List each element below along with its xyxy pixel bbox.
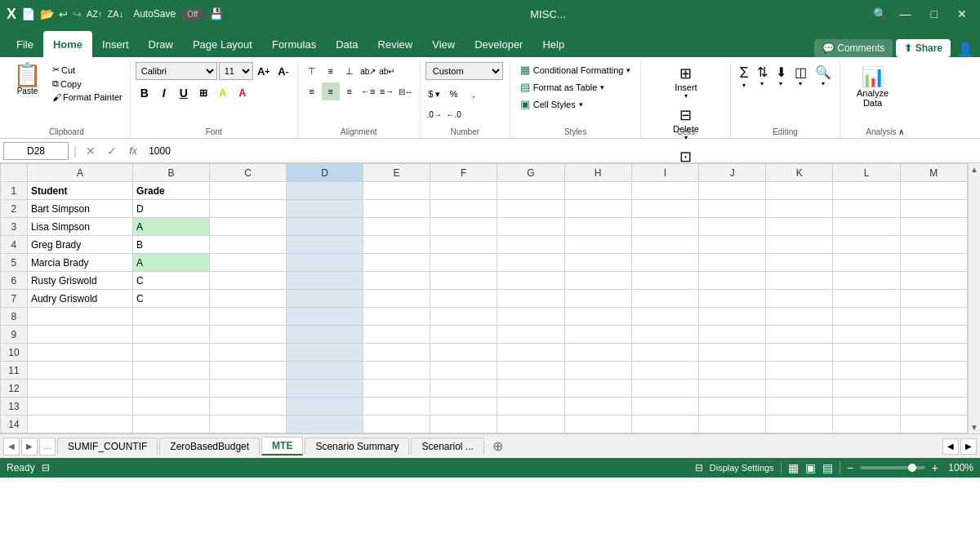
tab-draw[interactable]: Draw: [139, 31, 183, 57]
cell[interactable]: [210, 415, 287, 433]
cell[interactable]: [363, 218, 430, 236]
cell[interactable]: [833, 236, 900, 254]
cell[interactable]: [430, 362, 497, 380]
cell[interactable]: [699, 415, 766, 433]
conditional-formatting-button[interactable]: ▦ Conditional Formatting ▾: [515, 62, 636, 78]
find-select-button[interactable]: 🔍 ▾: [812, 62, 835, 90]
cell[interactable]: [766, 272, 833, 290]
cell[interactable]: [27, 326, 132, 344]
cell[interactable]: [286, 182, 363, 200]
cell[interactable]: [631, 218, 698, 236]
restore-icon[interactable]: □: [924, 6, 944, 22]
cell[interactable]: [363, 200, 430, 218]
status-macro-icon[interactable]: ⊟: [42, 462, 50, 473]
row-header[interactable]: 7: [1, 290, 28, 308]
minimize-icon[interactable]: —: [893, 6, 918, 22]
open-icon[interactable]: 📂: [40, 7, 54, 20]
cell[interactable]: [133, 326, 210, 344]
cell[interactable]: [833, 362, 900, 380]
cell[interactable]: C: [133, 290, 210, 308]
cell[interactable]: [900, 380, 967, 398]
page-layout-view-icon[interactable]: ▣: [805, 461, 816, 474]
cell[interactable]: [430, 254, 497, 272]
cell[interactable]: C: [133, 272, 210, 290]
cell[interactable]: [430, 308, 497, 326]
sheet-tab-scenario-summary[interactable]: Scenario Summary: [305, 438, 409, 455]
display-settings-label[interactable]: Display Settings: [710, 463, 774, 473]
copy-button[interactable]: ⧉ Copy: [50, 78, 125, 90]
cell[interactable]: [564, 362, 631, 380]
cell[interactable]: D: [133, 200, 210, 218]
cell[interactable]: [900, 308, 967, 326]
cell[interactable]: [27, 380, 132, 398]
italic-button[interactable]: I: [155, 84, 173, 102]
page-break-view-icon[interactable]: ▤: [822, 461, 833, 474]
font-color-button[interactable]: A: [234, 84, 252, 102]
comma-button[interactable]: ,: [465, 85, 483, 103]
cut-button[interactable]: ✂ Cut: [50, 64, 125, 76]
cell[interactable]: [699, 218, 766, 236]
cell[interactable]: [430, 415, 497, 433]
cell[interactable]: [210, 290, 287, 308]
cell[interactable]: [430, 380, 497, 398]
cell[interactable]: [833, 380, 900, 398]
top-align-button[interactable]: ⊤: [303, 62, 321, 80]
cell[interactable]: [699, 182, 766, 200]
cell[interactable]: [363, 236, 430, 254]
cell[interactable]: [766, 326, 833, 344]
cell[interactable]: [766, 380, 833, 398]
cell[interactable]: [900, 415, 967, 433]
cell[interactable]: [497, 272, 564, 290]
col-header-f[interactable]: F: [430, 164, 497, 182]
cell[interactable]: [497, 362, 564, 380]
cell[interactable]: [497, 308, 564, 326]
cell[interactable]: [497, 290, 564, 308]
row-header[interactable]: 11: [1, 362, 28, 380]
percent-button[interactable]: %: [445, 85, 463, 103]
cell[interactable]: Greg Brady: [27, 236, 132, 254]
cell[interactable]: [766, 200, 833, 218]
tab-home[interactable]: Home: [43, 31, 92, 57]
cell[interactable]: [363, 290, 430, 308]
sum-button[interactable]: Σ ▾: [736, 62, 751, 91]
cell[interactable]: [430, 344, 497, 362]
sheet-tab-scenario-more[interactable]: Scenariol ...: [411, 438, 483, 455]
tab-comments[interactable]: 💬 Comments: [814, 39, 893, 57]
profile-icon[interactable]: 👤: [957, 42, 973, 57]
fill-color-button[interactable]: A: [214, 84, 232, 102]
row-header[interactable]: 10: [1, 344, 28, 362]
cell[interactable]: [833, 308, 900, 326]
cell[interactable]: [564, 308, 631, 326]
delete-button[interactable]: ⊟ Delete ▾: [668, 104, 704, 144]
cell[interactable]: [286, 344, 363, 362]
align-right-button[interactable]: ≡: [341, 82, 359, 100]
cell[interactable]: Marcia Brady: [27, 254, 132, 272]
cell[interactable]: [363, 380, 430, 398]
cell[interactable]: [564, 218, 631, 236]
scroll-up-button[interactable]: ▲: [970, 165, 978, 174]
cell[interactable]: [430, 182, 497, 200]
cell[interactable]: [699, 344, 766, 362]
row-header[interactable]: 3: [1, 218, 28, 236]
cell[interactable]: [631, 415, 698, 433]
col-header-j[interactable]: J: [699, 164, 766, 182]
cell[interactable]: [631, 200, 698, 218]
cell[interactable]: A: [133, 218, 210, 236]
cell[interactable]: [430, 236, 497, 254]
cell[interactable]: [363, 398, 430, 415]
cell[interactable]: [363, 415, 430, 433]
cell[interactable]: [900, 272, 967, 290]
currency-button[interactable]: $ ▾: [425, 85, 443, 103]
tab-help[interactable]: Help: [532, 31, 574, 57]
cell[interactable]: [631, 398, 698, 415]
close-icon[interactable]: ✕: [951, 6, 973, 22]
cell[interactable]: [27, 415, 132, 433]
indent-inc-button[interactable]: ≡→: [378, 82, 396, 100]
cell[interactable]: Audry Griswold: [27, 290, 132, 308]
scroll-left-tab-button[interactable]: ◀: [3, 438, 20, 455]
cell[interactable]: [133, 380, 210, 398]
decrease-decimal-button[interactable]: ←.0: [445, 105, 463, 123]
cell[interactable]: [699, 380, 766, 398]
wrap-text-button[interactable]: ab↵: [378, 62, 396, 80]
col-header-g[interactable]: G: [497, 164, 564, 182]
